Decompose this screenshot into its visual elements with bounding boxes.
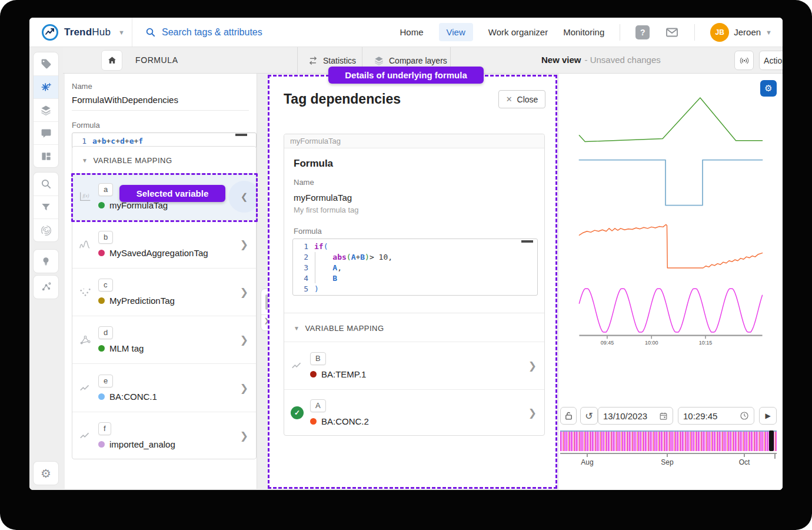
- dependency-row-b[interactable]: B BA:TEMP.1 ❯: [284, 342, 544, 389]
- home-button[interactable]: [101, 50, 122, 71]
- month-label: Aug: [571, 458, 604, 466]
- recommendations-button[interactable]: [34, 250, 58, 273]
- live-broadcast-button[interactable]: [734, 51, 754, 70]
- close-button[interactable]: ✕ Close: [498, 90, 545, 108]
- trend-line-icon: [72, 383, 98, 393]
- svg-text:09:45: 09:45: [601, 340, 614, 346]
- fingerprint-button[interactable]: [34, 218, 58, 241]
- tag-dependencies-modal: Tag dependencies ✕ Close myFormulaTag Fo…: [268, 75, 557, 489]
- actions-button[interactable]: Actions ▼: [759, 51, 783, 70]
- modal-title: Tag dependencies: [284, 91, 401, 107]
- dependency-row-a[interactable]: ✓ A BA:CONC.2 ❯: [284, 389, 544, 436]
- svg-text:10:00: 10:00: [645, 340, 658, 346]
- variable-row-f[interactable]: f imported_analog ❯: [72, 412, 256, 459]
- tag-color-dot: [98, 250, 105, 256]
- dashboard-button[interactable]: [34, 144, 58, 167]
- formula-label: Formula: [294, 227, 322, 236]
- tag-color-dot: [98, 297, 105, 304]
- search-placeholder: Search tags & attributes: [162, 27, 262, 38]
- name-label: Name: [294, 178, 314, 187]
- filter-icon: [41, 202, 51, 213]
- rail-group-connections: [33, 275, 59, 299]
- rail-group-tools: [33, 172, 59, 242]
- divider: [72, 110, 249, 111]
- variable-mapping-header[interactable]: ▼ VARIABLE MAPPING: [72, 147, 256, 173]
- divider: [297, 47, 298, 74]
- nav-work-organizer[interactable]: Work organizer: [488, 27, 548, 37]
- view-title: New view: [541, 55, 581, 65]
- nav-view[interactable]: View: [439, 23, 473, 41]
- variable-row-b[interactable]: b MySavedAggregationTag ❯: [72, 220, 256, 268]
- collapse-variable-button[interactable]: ❮: [228, 181, 256, 213]
- variable-key-badge: A: [310, 399, 326, 412]
- svg-text:f(x): f(x): [82, 193, 89, 198]
- month-label: Sep: [651, 458, 684, 466]
- search-input[interactable]: Search tags & attributes: [132, 27, 400, 38]
- rail-group-main: [33, 52, 59, 168]
- variable-key-badge: b: [98, 231, 113, 244]
- axis-tick: [744, 453, 745, 457]
- trend-chart[interactable]: 09:4510:0010:15: [559, 74, 783, 406]
- chevron-right-icon: ❯: [240, 286, 248, 299]
- rail-group-ideas: [33, 249, 59, 273]
- settings-button[interactable]: ⚙: [34, 462, 58, 485]
- scrubber-handle[interactable]: [769, 430, 774, 451]
- search-tool-button[interactable]: [34, 173, 58, 196]
- editor-scrollbar[interactable]: [235, 134, 247, 136]
- layers-button[interactable]: [34, 98, 58, 121]
- chevron-down-icon: ▼: [766, 29, 772, 36]
- network-icon: [72, 334, 98, 346]
- divider: [284, 313, 544, 313]
- comments-button[interactable]: [34, 121, 58, 144]
- close-icon: ✕: [506, 95, 513, 104]
- variable-mapping-header[interactable]: ▼ VARIABLE MAPPING: [284, 314, 394, 341]
- date-input[interactable]: 13/10/2023: [598, 407, 673, 425]
- tags-button[interactable]: [34, 52, 58, 75]
- time-input[interactable]: 10:29:45: [678, 407, 754, 425]
- axis-tick: [774, 453, 776, 459]
- variable-key-badge: f: [98, 422, 111, 435]
- calendar-icon: [659, 412, 668, 420]
- user-name: Jeroen: [734, 27, 761, 37]
- variable-row-e[interactable]: e BA:CONC.1 ❯: [72, 363, 256, 412]
- fingerprint-icon: [41, 225, 52, 236]
- editor-scrollbar[interactable]: [521, 240, 533, 243]
- step-forward-button[interactable]: ▶: [759, 407, 777, 425]
- user-menu[interactable]: JB Jeroen ▼: [710, 23, 772, 42]
- app-logo[interactable]: TrendHub ▼: [29, 18, 132, 47]
- timeline-scrubber[interactable]: [560, 430, 777, 451]
- nav-home[interactable]: Home: [400, 27, 423, 37]
- tag-name: MLM tag: [109, 343, 144, 353]
- fieldset-legend: myFormulaTag: [284, 134, 544, 148]
- chart-settings-button[interactable]: ⚙: [760, 80, 777, 97]
- dependency-graph-button[interactable]: [34, 276, 58, 299]
- main-nav: Home View Work organizer Monitoring ? JB…: [400, 23, 783, 42]
- help-button[interactable]: ?: [635, 25, 650, 39]
- aggregation-icon: [72, 238, 98, 251]
- trend-line-icon: [284, 361, 310, 370]
- name-label: Name: [72, 82, 92, 91]
- tag-color-dot: [310, 371, 317, 377]
- filter-button[interactable]: [34, 196, 58, 218]
- divider: [620, 24, 620, 41]
- variable-key-badge: a: [98, 183, 113, 196]
- history-icon: ↺: [585, 410, 593, 422]
- variable-row-d[interactable]: d MLM tag ❯: [72, 316, 256, 363]
- axis-tick: [667, 453, 668, 457]
- mail-icon[interactable]: [665, 25, 679, 39]
- time-history-button[interactable]: ↺: [580, 407, 598, 425]
- nav-monitoring[interactable]: Monitoring: [563, 27, 604, 37]
- chevron-down-icon[interactable]: ▼: [118, 29, 125, 36]
- tag-name: BA:CONC.2: [321, 416, 369, 426]
- lock-timespan-button[interactable]: [560, 407, 577, 425]
- divider: [694, 24, 695, 41]
- dependency-code-editor[interactable]: 1if(2 abs(A+B)> 10,3 A,4 B5): [292, 238, 538, 296]
- tag-description: My first formula tag: [294, 206, 359, 214]
- variable-row-c[interactable]: c MyPredictionTag ❯: [72, 268, 256, 316]
- formulas-button[interactable]: [34, 75, 58, 98]
- check-icon: ✓: [291, 406, 304, 419]
- trendhub-logo-icon: [41, 24, 59, 41]
- trend-line-icon: [72, 431, 98, 440]
- top-bar: TrendHub ▼ Search tags & attributes Home…: [29, 18, 783, 47]
- formula-detail-panel: Name FormulaWithDependencies Formula 1a+…: [65, 74, 257, 489]
